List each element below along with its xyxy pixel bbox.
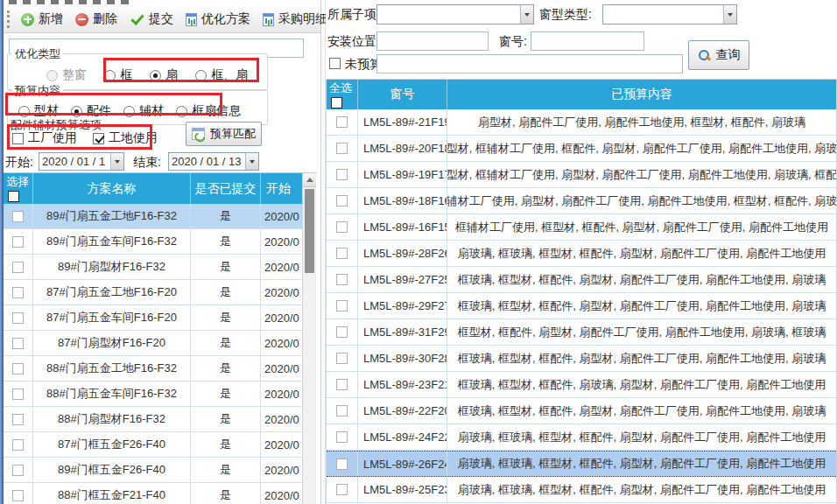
submit-button[interactable]: 提交 [124,9,179,30]
dropdown-button[interactable] [723,5,736,24]
checkbox-site-use[interactable]: 工地使用 [93,130,158,146]
table-row[interactable]: LM5L-89#-21F19 扇型材, 扇配件工厂使用, 扇配件工地使用, 框型… [327,109,836,136]
table-row[interactable]: LM5L-89#-27F25 框玻璃, 框型材, 框配件, 扇型材, 扇配件工厂… [327,267,836,293]
no-budget-checkbox[interactable] [329,58,341,69]
vertical-scrollbar[interactable] [302,173,316,504]
row-checkbox[interactable] [12,388,24,400]
delete-button[interactable]: 删除 [70,9,123,30]
table-row[interactable]: 87#门扇五金工地F16-F20 是 2020/0 [4,280,302,305]
table-row[interactable]: 89#门扇五金车间F16-F32 是 2020/0 [4,229,302,255]
row-checkbox[interactable] [12,211,24,222]
table-row[interactable]: LM5L-89#-31F29 框型材, 框配件, 扇型材, 扇配件工厂使用, 扇… [327,319,836,346]
plan-table-header: 选择 方案名称 是否已提交 开始 [4,173,316,204]
table-row[interactable]: 87#门扇型材F16-F20 是 2020/0 [4,331,302,356]
row-checkbox[interactable] [336,169,348,180]
table-row[interactable]: LM5L-89#-23F21 框玻璃, 框型材, 框配件, 扇玻璃, 扇型材, … [327,372,836,398]
row-checkbox[interactable] [12,490,24,501]
table-row[interactable]: LM5L-89#-22F20 框玻璃, 框型材, 框配件, 扇型材, 扇配件工厂… [327,398,836,424]
row-checkbox[interactable] [12,414,24,425]
select-all-checkbox[interactable] [331,97,342,108]
start-header[interactable]: 开始 [261,173,302,204]
radio-auxiliary[interactable]: 辅材 [123,103,164,119]
radio-whole-window[interactable]: 整窗 [46,67,87,83]
table-row[interactable]: LM5L-89#-18F16 框辅材工厂使用, 扇型材, 扇配件工厂使用, 扇配… [327,188,836,214]
budgeted-content: 框型材, 框辅材工厂使用, 框配件, 扇型材, 扇配件工厂使用, 扇配件工地使用… [447,136,836,161]
window-type-combo[interactable] [602,4,737,24]
add-button[interactable]: 新增 [16,9,68,30]
plan-name: 89#门扇五金工地F16-F32 [33,204,191,228]
optimize-plan-button[interactable]: 优化方案 [180,9,256,30]
row-checkbox[interactable] [12,312,24,324]
query-button[interactable]: 查询 [688,40,749,70]
row-checkbox[interactable] [336,353,348,364]
table-row[interactable]: 88#门扇型材F16-F32 是 2020/0 [4,407,302,432]
dropdown-button[interactable] [110,153,123,170]
radio-frame[interactable]: 框 [104,67,132,83]
row-checkbox[interactable] [336,143,348,154]
table-row[interactable]: 87#门框五金F26-F40 是 2020/0 [4,432,302,458]
table-row[interactable]: 88#门框五金F21-F40 是 2020/0 [4,483,302,504]
scroll-up-button[interactable] [303,173,316,187]
submitted-flag: 是 [191,204,261,228]
toolbar-grip[interactable] [7,10,10,28]
table-row[interactable]: LM5L-89#-30F28 框玻璃, 框型材, 框配件, 扇型材, 扇配件工厂… [327,346,836,372]
row-checkbox[interactable] [336,431,348,443]
row-checkbox[interactable] [12,363,24,374]
start-date-combo[interactable]: 2020 / 01 / 1 [39,152,124,171]
table-row[interactable]: 89#门框五金F26-F40 是 2020/0 [4,458,302,483]
row-checkbox[interactable] [12,236,24,248]
row-checkbox[interactable] [336,274,348,285]
row-checkbox[interactable] [12,287,24,298]
table-row[interactable]: 89#门扇型材F16-F32 是 2020/0 [4,255,302,280]
plan-name: 87#门扇型材F16-F20 [33,331,191,355]
checkbox-factory-use[interactable]: 工厂使用 [12,130,77,146]
row-checkbox[interactable] [336,300,348,312]
submitted-header[interactable]: 是否已提交 [191,173,261,204]
row-checkbox[interactable] [336,405,348,416]
end-date-combo[interactable]: 2020 / 01 / 13 [168,152,259,171]
table-row[interactable]: LM5L-89#-19F17 框型材, 框辅材工厂使用, 扇型材, 扇配件工厂使… [327,162,836,188]
install-position-input[interactable] [376,32,489,51]
table-row[interactable]: LM5L-89#-20F18 框型材, 框辅材工厂使用, 框配件, 扇型材, 扇… [327,136,836,162]
sub-item-label: 所属子项: [327,7,380,23]
plan-name-header[interactable]: 方案名称 [33,173,191,204]
row-checkbox[interactable] [12,439,24,451]
table-row[interactable]: LM5L-89#-26F24 扇玻璃, 框玻璃, 框型材, 框配件, 扇型材, … [327,451,836,477]
budgeted-content-header[interactable]: 已预算内容 [447,80,836,109]
radio-sash[interactable]: 扇 [150,67,178,83]
table-row[interactable]: LM5L-89#-24F22 扇玻璃, 框玻璃, 框型材, 框配件, 扇型材, … [327,424,836,451]
row-checkbox[interactable] [12,338,24,349]
budget-match-button[interactable]: 预算匹配 [186,122,262,146]
row-checkbox[interactable] [336,116,348,128]
dropdown-button[interactable] [520,5,533,24]
table-row[interactable]: LM5L-89#-25F23 扇玻璃, 框玻璃, 框型材, 框配件, 扇型材, … [327,477,836,503]
row-checkbox[interactable] [336,248,348,259]
row-checkbox[interactable] [336,458,348,470]
select-all-checkbox[interactable] [8,191,19,202]
scrollbar-thumb[interactable] [305,189,314,273]
row-checkbox[interactable] [336,484,348,495]
radio-frame-sash[interactable]: 框、扇 [195,67,248,83]
table-row[interactable]: LM5L-89#-16F15 框辅材工厂使用, 框型材, 框配件, 扇型材, 扇… [327,214,836,241]
dropdown-button[interactable] [245,153,258,170]
budgeted-content: 扇玻璃, 框玻璃, 框型材, 框配件, 扇型材, 扇配件工厂使用, 扇配件工地使… [447,241,836,266]
row-checkbox[interactable] [336,221,348,233]
table-row[interactable]: LM5L-89#-28F26 扇玻璃, 框玻璃, 框型材, 框配件, 扇型材, … [327,241,836,267]
table-row[interactable]: LM5L-89#-29F27 框玻璃, 框型材, 框配件, 扇型材, 扇配件工厂… [327,293,836,319]
plan-name: 87#门扇五金工地F16-F20 [33,280,191,304]
table-row[interactable]: 89#门扇五金工地F16-F32 是 2020/0 [4,204,302,229]
window-no-header[interactable]: 窗号 [358,80,447,109]
row-checkbox[interactable] [12,262,24,273]
plan-name: 89#门扇型材F16-F32 [33,255,191,279]
table-row[interactable]: 88#门扇五金车间F16-F32 是 2020/0 [4,382,302,407]
row-checkbox[interactable] [336,379,348,390]
window-no-input[interactable] [531,32,644,51]
row-checkbox[interactable] [336,326,348,338]
radio-frame-sash-info[interactable]: 框扇信息 [176,103,241,119]
table-row[interactable]: 88#门扇五金工地F16-F32 是 2020/0 [4,356,302,382]
row-checkbox[interactable] [336,195,348,206]
row-checkbox[interactable] [12,465,24,476]
table-row[interactable]: 87#门扇五金车间F16-F20 是 2020/0 [4,305,302,331]
sub-item-combo[interactable] [376,4,534,24]
no-budget-input[interactable] [376,54,683,74]
